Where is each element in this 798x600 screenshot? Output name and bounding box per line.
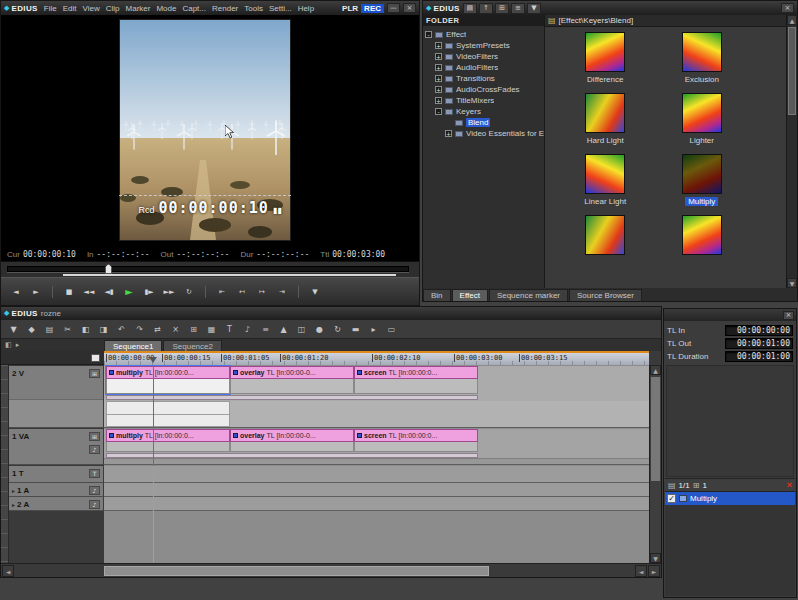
source-patch-icon[interactable]: ◧ xyxy=(5,341,12,349)
effect-thumbnail[interactable] xyxy=(682,154,722,194)
track-2v[interactable]: multiplyTL [In:00:00:0... overlayTL [In:… xyxy=(104,366,649,428)
timeline-toolbar-icon[interactable]: ↶ xyxy=(113,322,130,337)
close-button[interactable]: × xyxy=(403,3,416,13)
timeline-toolbar-icon[interactable]: ✂ xyxy=(59,322,76,337)
timeline-toolbar-icon[interactable]: ▲ xyxy=(275,322,292,337)
effects-toolbar-icon[interactable]: ▼ xyxy=(527,3,541,14)
timeline-toolbar-icon[interactable]: ▦ xyxy=(203,322,220,337)
menu-item[interactable]: Mode xyxy=(153,4,179,13)
stop-button[interactable]: ■ xyxy=(60,285,78,298)
timeline-clip-screen[interactable]: screenTL [In:00:00:0... xyxy=(354,429,478,452)
rubber-band-line[interactable] xyxy=(107,414,229,415)
scrollbar-thumb[interactable] xyxy=(651,377,660,481)
tree-item-audiocrossfades[interactable]: +AudioCrossFades xyxy=(423,84,544,95)
menu-item[interactable]: Marker xyxy=(123,4,154,13)
scroll-down-icon[interactable]: ▼ xyxy=(650,553,661,563)
timeline-toolbar-icon[interactable]: ♪ xyxy=(239,322,256,337)
previous-frame-button[interactable]: ◄▮ xyxy=(100,285,118,298)
effects-scrollbar[interactable]: ▲ ▼ xyxy=(786,15,797,288)
effects-toolbar-icon[interactable]: ↑ xyxy=(479,3,493,14)
tree-item-effect[interactable]: -Effect xyxy=(423,29,544,40)
expander-icon[interactable]: + xyxy=(435,53,442,60)
track-height-widget[interactable] xyxy=(91,354,100,362)
expand-icon[interactable]: ▸ xyxy=(12,501,15,508)
timeline-toolbar-icon[interactable]: ◫ xyxy=(293,322,310,337)
timeline-clip-multiply[interactable]: multiplyTL [In:00:00:0... xyxy=(106,366,230,394)
menu-item[interactable]: Setti... xyxy=(266,4,295,13)
patch-grid-icon[interactable]: ⊞ xyxy=(89,432,100,441)
timeline-toolbar-icon[interactable]: ↷ xyxy=(131,322,148,337)
speaker-icon[interactable]: ♪ xyxy=(89,445,100,454)
jog-back-button[interactable]: ◄ xyxy=(7,285,25,298)
effect-thumbnail[interactable] xyxy=(585,93,625,133)
timeline-toolbar-icon[interactable]: ⊞ xyxy=(185,322,202,337)
play-button[interactable]: ► xyxy=(120,285,138,298)
next-frame-button[interactable]: ▮► xyxy=(140,285,158,298)
rewind-button[interactable]: ◄◄ xyxy=(80,285,98,298)
menu-item[interactable]: View xyxy=(80,4,103,13)
timeline-vertical-scrollbar[interactable]: ▲ ▼ xyxy=(649,365,661,563)
expand-icon[interactable]: ▸ xyxy=(16,341,20,349)
timeline-toolbar-icon[interactable]: ▤ xyxy=(41,322,58,337)
tab-effect[interactable]: Effect xyxy=(452,289,488,301)
list-icon[interactable]: ⊞ xyxy=(693,481,700,490)
tree-item-videofilters[interactable]: +VideoFilters xyxy=(423,51,544,62)
timeline-horizontal-scrollbar[interactable]: ◄ ◄ ► xyxy=(1,563,661,577)
effects-toolbar-icon[interactable]: ⊞ xyxy=(495,3,509,14)
timeline-toolbar-icon[interactable]: ▸ xyxy=(365,322,382,337)
scroll-left-icon[interactable]: ◄ xyxy=(635,565,647,577)
effect-item-hard-light[interactable]: Hard Light xyxy=(557,93,654,145)
previous-edit-button[interactable]: ↤ xyxy=(233,285,251,298)
menu-item[interactable]: Capt... xyxy=(179,4,209,13)
tab-source-browser[interactable]: Source Browser xyxy=(569,289,642,301)
close-button[interactable]: × xyxy=(781,3,794,13)
minimize-button[interactable]: — xyxy=(387,3,400,13)
effect-thumbnail[interactable] xyxy=(682,215,722,255)
timeline-toolbar-icon[interactable]: ◨ xyxy=(95,322,112,337)
playhead-line[interactable] xyxy=(153,365,154,466)
menu-item[interactable]: Tools xyxy=(241,4,266,13)
menu-item[interactable]: Help xyxy=(295,4,317,13)
plr-mode-label[interactable]: PLR xyxy=(342,4,358,13)
fast-forward-button[interactable]: ►► xyxy=(160,285,178,298)
mixer-stripe[interactable] xyxy=(106,395,478,400)
effect-item-difference[interactable]: Difference xyxy=(557,32,654,84)
loop-button[interactable]: ↻ xyxy=(180,285,198,298)
track-header-1t[interactable]: 1 TT xyxy=(9,466,104,483)
tree-item-titlemixers[interactable]: +TitleMixers xyxy=(423,95,544,106)
timeline-toolbar-icon[interactable]: ◧ xyxy=(77,322,94,337)
tree-item-transitions[interactable]: +Transitions xyxy=(423,73,544,84)
effect-item[interactable] xyxy=(654,215,751,267)
tree-item-video-essentials[interactable]: +Video Essentials for EDIU xyxy=(423,128,544,139)
timeline-toolbar-icon[interactable]: ≡ xyxy=(257,322,274,337)
effect-item-lighter[interactable]: Lighter xyxy=(654,93,751,145)
tab-bin[interactable]: Bin xyxy=(423,289,451,301)
page-icon[interactable]: ▤ xyxy=(668,481,676,490)
timeline-toolbar-icon[interactable]: ◆ xyxy=(23,322,40,337)
effect-thumbnail[interactable] xyxy=(585,154,625,194)
tab-sequence1[interactable]: Sequence1 xyxy=(104,340,162,351)
track-header-2a[interactable]: ▸2 A♪ xyxy=(9,497,104,511)
player-menu-button[interactable]: ▼ xyxy=(306,285,324,298)
title-track-icon[interactable]: T xyxy=(89,469,100,478)
effect-item-exclusion[interactable]: Exclusion xyxy=(654,32,751,84)
tab-sequence2[interactable]: Sequence2 xyxy=(163,340,221,351)
timeline-toolbar-icon[interactable]: ↻ xyxy=(329,322,346,337)
scroll-left-icon[interactable]: ◄ xyxy=(2,565,14,577)
tracks-area[interactable]: multiplyTL [In:00:00:0... overlayTL [In:… xyxy=(104,365,649,563)
timeline-toolbar-icon[interactable]: ▬ xyxy=(347,322,364,337)
menu-item[interactable]: Clip xyxy=(103,4,123,13)
timeline-ruler[interactable]: 00:00:00:00 00:00:00:15 00:00:01:05 00:0… xyxy=(104,351,649,365)
track-1t[interactable] xyxy=(104,466,649,483)
expander-icon[interactable]: + xyxy=(435,64,442,71)
expand-icon[interactable]: ▸ xyxy=(12,487,15,494)
expander-icon[interactable]: - xyxy=(435,108,442,115)
expander-icon[interactable]: + xyxy=(445,130,452,137)
timeline-clip-overlay[interactable]: overlayTL [In:00:00-0... xyxy=(230,429,354,452)
rec-mode-badge[interactable]: REC xyxy=(361,4,384,13)
expander-icon[interactable]: - xyxy=(425,31,432,38)
menu-item[interactable]: File xyxy=(41,4,60,13)
scrollbar-thumb[interactable] xyxy=(788,27,796,115)
tab-sequence-marker[interactable]: Sequence marker xyxy=(489,289,568,301)
expander-icon[interactable]: + xyxy=(435,42,442,49)
